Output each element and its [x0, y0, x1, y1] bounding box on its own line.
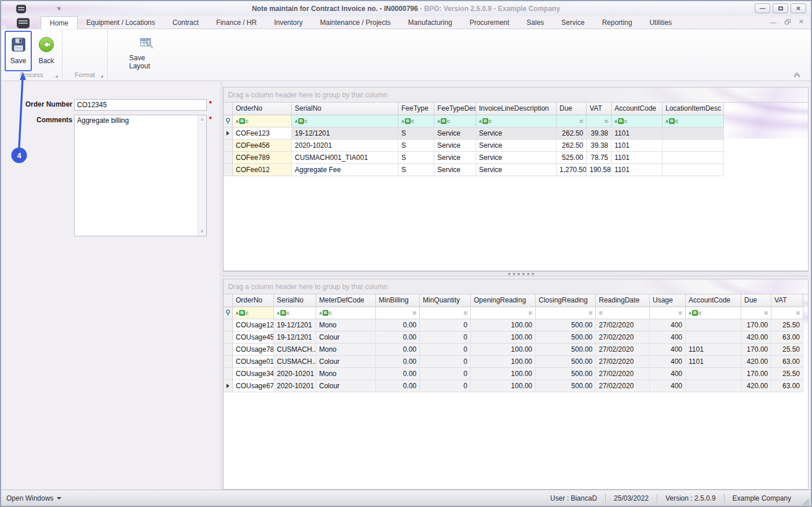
column-header-LocationItemDesc[interactable]: LocationItemDesc — [663, 103, 724, 115]
close-button[interactable]: ✕ — [791, 3, 806, 13]
grid-cell[interactable]: 262.50 — [557, 140, 587, 152]
grid-cell[interactable]: Mono — [316, 344, 376, 356]
resize-grip[interactable] — [800, 497, 810, 506]
filter-cell-Due[interactable]: = — [557, 115, 587, 127]
grid-cell[interactable]: COUsage012 — [233, 356, 274, 368]
application-menu-button[interactable] — [6, 17, 39, 29]
grid-cell[interactable]: 0.00 — [376, 331, 420, 344]
grid-cell[interactable]: 0.00 — [376, 319, 420, 331]
grid-cell[interactable]: 1101 — [612, 152, 663, 164]
tab-manufacturing[interactable]: Manufacturing — [400, 16, 461, 29]
grid-cell[interactable]: 0.00 — [376, 380, 420, 392]
filter-cell-InvoiceLineDescription[interactable]: ABC — [476, 115, 557, 127]
grid-cell[interactable]: 420.00 — [741, 380, 771, 392]
column-header-SerialNo[interactable]: SerialNo — [292, 103, 398, 115]
grid-cell[interactable]: 1101 — [612, 164, 663, 176]
grid-cell[interactable]: 170.00 — [741, 344, 771, 356]
save-button[interactable]: Save — [5, 31, 32, 71]
grid-cell[interactable]: 0 — [420, 344, 471, 356]
grid-cell[interactable]: 25.50 — [771, 319, 803, 331]
grid-cell[interactable]: CUSMACH... — [274, 344, 316, 356]
grid-cell[interactable]: 19-12/1201 — [274, 319, 316, 331]
column-header-ClosingReading[interactable]: ClosingReading — [536, 294, 596, 307]
grid-cell[interactable]: S — [398, 152, 434, 164]
tab-utilities[interactable]: Utilities — [641, 16, 681, 29]
grid-cell[interactable]: S — [398, 127, 434, 140]
column-header-ReadingDate[interactable]: ReadingDate — [596, 294, 650, 307]
grid-cell[interactable]: 262.50 — [557, 127, 587, 140]
grid-cell[interactable]: 19-12/1201 — [292, 127, 398, 140]
grid-cell[interactable]: Service — [434, 127, 476, 140]
grid-cell[interactable]: 100.00 — [471, 331, 536, 344]
grid-cell[interactable]: 0 — [420, 331, 471, 344]
grid-cell[interactable]: 0.00 — [376, 356, 420, 368]
grid-cell[interactable]: Service — [434, 152, 476, 164]
grid-cell[interactable]: 27/02/2020 — [596, 319, 650, 331]
column-header-MinBilling[interactable]: MinBilling — [376, 294, 420, 307]
tab-sales[interactable]: Sales — [518, 16, 553, 29]
grid-cell[interactable]: 0.00 — [376, 344, 420, 356]
column-header-Due[interactable]: Due — [557, 103, 587, 115]
tab-home[interactable]: Home — [41, 16, 78, 29]
tab-reporting[interactable]: Reporting — [593, 16, 641, 29]
grid-cell[interactable]: 500.00 — [536, 380, 596, 392]
grid-cell[interactable]: 525.00 — [557, 152, 587, 164]
grid-cell[interactable] — [686, 331, 741, 344]
grid-cell[interactable]: 400 — [650, 331, 686, 344]
horizontal-splitter[interactable]: ■ ■ ■ ■ ■ ■ — [223, 271, 809, 276]
scroll-up-icon[interactable]: ▲ — [200, 115, 204, 123]
table-row[interactable]: COFee012Aggregate FeeSServiceService1,27… — [224, 164, 808, 176]
grid-cell[interactable]: COFee456 — [233, 140, 292, 152]
grid-cell[interactable]: Mono — [316, 368, 376, 380]
grid-cell[interactable]: 1101 — [612, 140, 663, 152]
grid-cell[interactable] — [686, 319, 741, 331]
grid-cell[interactable]: COUsage789 — [233, 344, 274, 356]
comments-scrollbar[interactable]: ▲ ▼ — [197, 115, 206, 236]
grid-cell[interactable]: Service — [434, 164, 476, 176]
grid-cell[interactable]: 63.00 — [771, 331, 803, 344]
grid-cell[interactable]: S — [398, 140, 434, 152]
grid-cell[interactable]: 170.00 — [741, 319, 771, 331]
grid-cell[interactable]: 500.00 — [536, 344, 596, 356]
tab-inventory[interactable]: Inventory — [265, 16, 311, 29]
grid-cell[interactable]: 2020-10201 — [292, 140, 398, 152]
filter-cell-OrderNo[interactable]: ABC — [233, 115, 292, 127]
grid-cell[interactable]: 1101 — [612, 127, 663, 140]
column-header-Due[interactable]: Due — [741, 294, 771, 307]
filter-cell-AccountCode[interactable]: ABC — [612, 115, 663, 127]
grid-cell[interactable]: 400 — [650, 344, 686, 356]
filter-cell-SerialNo[interactable]: ABC — [292, 115, 398, 127]
grid-cell[interactable]: Service — [476, 152, 557, 164]
grid-cell[interactable]: 27/02/2020 — [596, 368, 650, 380]
grid-cell[interactable]: 27/02/2020 — [596, 331, 650, 344]
filter-cell-VAT[interactable]: = — [587, 115, 612, 127]
grid-cell[interactable]: 400 — [650, 319, 686, 331]
grid-cell[interactable]: 100.00 — [471, 356, 536, 368]
grid-cell[interactable]: 1101 — [686, 344, 741, 356]
table-row[interactable]: COFee4562020-10201SServiceService262.503… — [224, 140, 808, 152]
grid-cell[interactable]: 63.00 — [771, 380, 803, 392]
grid-cell[interactable] — [663, 152, 724, 164]
table-row[interactable]: COUsage012CUSMACH...Colour0.000100.00500… — [224, 356, 808, 368]
grid-cell[interactable]: 0 — [420, 356, 471, 368]
grid-cell[interactable]: 1101 — [686, 356, 741, 368]
grid-cell[interactable]: 420.00 — [741, 356, 771, 368]
grid-cell[interactable]: 500.00 — [536, 331, 596, 344]
grid-cell[interactable]: 400 — [650, 380, 686, 392]
comments-input[interactable]: Aggregate billing — [75, 115, 197, 236]
table-row[interactable]: COFee789CUSMACH001_TIA001SServiceService… — [224, 152, 808, 164]
open-windows-button[interactable]: Open Windows — [1, 494, 61, 502]
grid-cell[interactable]: 27/02/2020 — [596, 380, 650, 392]
grid-cell[interactable]: 63.00 — [771, 356, 803, 368]
table-row[interactable]: COUsage789CUSMACH...Mono0.000100.00500.0… — [224, 344, 808, 356]
table-row[interactable]: COUsage6782020-10201Colour0.000100.00500… — [224, 380, 808, 392]
column-header-FeeTypeDesc[interactable]: FeeTypeDesc — [434, 103, 476, 115]
grid-cell[interactable]: 1,270.50 — [557, 164, 587, 176]
tab-finance-hr[interactable]: Finance / HR — [207, 16, 265, 29]
filter-cell-MinBilling[interactable]: = — [376, 307, 420, 319]
grid-cell[interactable]: 190.58 — [587, 164, 612, 176]
minimize-button[interactable]: — — [755, 3, 770, 13]
grid-cell[interactable]: 2020-10201 — [274, 368, 316, 380]
grid-cell[interactable]: 25.50 — [771, 344, 803, 356]
column-header-AccountCode[interactable]: AccountCode — [612, 103, 663, 115]
